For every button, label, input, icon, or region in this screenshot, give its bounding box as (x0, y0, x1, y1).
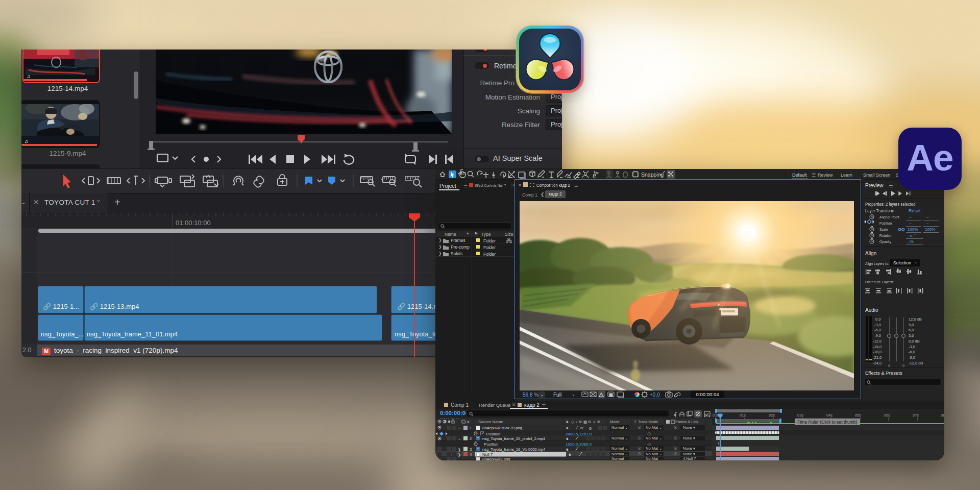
svg-text:4: 4 (470, 452, 472, 457)
svg-text:⌄: ⌄ (458, 426, 461, 430)
svg-text:♫: ♫ (27, 74, 31, 79)
svg-text:nsg_Toyota_frame_16_V1-0002.mp: nsg_Toyota_frame_16_V1-0002.mp4 (482, 447, 545, 452)
svg-text:2400,5,1257,0: 2400,5,1257,0 (566, 432, 592, 436)
svg-text:⊘: ⊘ (588, 420, 591, 424)
svg-text:Parent & Link: Parent & Link (675, 420, 698, 424)
svg-text:Track Matte: Track Matte (638, 420, 658, 424)
svg-text:❯: ❯ (458, 453, 461, 457)
svg-text:♞: ♞ (566, 437, 569, 440)
svg-text:♞: ♞ (568, 453, 571, 456)
svg-text:номерный знак 20.png: номерный знак 20.png (482, 426, 522, 430)
svg-text:nsg_Toyota_frame_20_prob4_2.mp: nsg_Toyota_frame_20_prob4_2.mp4 (482, 436, 545, 441)
svg-text:♞: ♞ (566, 420, 569, 424)
svg-text:номерный2.png: номерный2.png (482, 457, 510, 460)
svg-text:◑: ◑ (593, 420, 595, 424)
svg-text:▦: ▦ (583, 420, 587, 424)
svg-text:fx: fx (579, 420, 582, 424)
svg-text:fx: fx (580, 426, 583, 430)
svg-text:⊕: ⊕ (597, 420, 600, 424)
svg-text:♞: ♞ (566, 448, 569, 451)
svg-text:2: 2 (470, 436, 472, 441)
svg-text:1920,0,1080,0: 1920,0,1080,0 (566, 442, 592, 447)
svg-text:T: T (634, 420, 636, 424)
svg-text:1: 1 (470, 426, 472, 430)
svg-text:Position: Position (484, 442, 498, 447)
svg-text:#: # (467, 420, 470, 424)
svg-text:Source Name: Source Name (478, 420, 503, 424)
svg-text:3: 3 (470, 447, 472, 452)
svg-text:♞: ♞ (566, 426, 569, 430)
svg-text:⌄: ⌄ (458, 437, 461, 440)
svg-text:\: \ (576, 420, 577, 424)
svg-text:❯: ❯ (458, 448, 461, 452)
svg-text:♫: ♫ (24, 138, 29, 144)
svg-text:◇: ◇ (571, 420, 574, 424)
svg-text:⊘: ⊘ (589, 426, 592, 431)
svg-text:Mode: Mode (610, 420, 620, 424)
svg-text:Null 7: Null 7 (482, 452, 493, 457)
svg-text:Position: Position (486, 432, 500, 436)
